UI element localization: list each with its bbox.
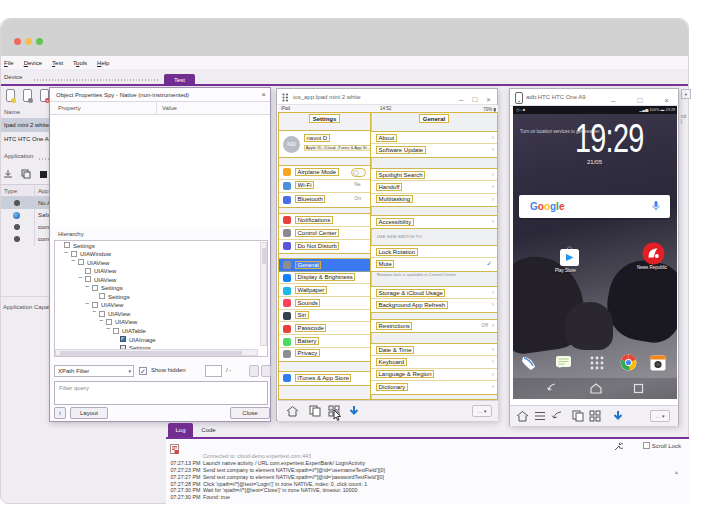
minimize-traffic-light[interactable] [25, 38, 32, 45]
settings-item-passcode[interactable]: Passcode [279, 322, 370, 335]
tree-node[interactable]: −UIATable [55, 326, 267, 335]
settings-item-wallpaper[interactable]: Wallpaper [279, 284, 370, 297]
collapse-icon[interactable]: − [85, 300, 89, 309]
tree-node[interactable]: −UIAView [55, 309, 267, 318]
android-window-titlebar[interactable]: adb:HTC HTC One A9 –□× [510, 89, 678, 106]
ios-screenshot-icon[interactable] [309, 405, 321, 417]
xpath-filter-dropdown[interactable]: XPath Filter▾ [54, 365, 134, 377]
node-checkbox[interactable] [92, 302, 98, 308]
settings-item-wi-fi[interactable]: Wi-FiNe [279, 180, 370, 194]
settings-item-sounds[interactable]: Sounds [279, 297, 370, 310]
scroll-lock-checkbox[interactable] [643, 442, 650, 449]
info-button[interactable]: i [54, 407, 66, 419]
settings-item-privacy[interactable]: Privacy [279, 348, 370, 361]
general-item-restrictions[interactable]: RestrictionsOff› [371, 320, 497, 332]
settings-item-siri[interactable]: Siri [279, 310, 370, 323]
general-item-keyboard[interactable]: Keyboard› [371, 356, 497, 368]
remove-device-button[interactable]: x [40, 89, 49, 102]
android-screen[interactable]: ◷ ˞ ■ ▁▃▅ 100% ▬ 19:29 Turn on location … [513, 106, 677, 399]
android-menu-icon[interactable] [534, 410, 546, 422]
chrome-icon[interactable] [620, 354, 637, 371]
collapse-icon[interactable]: − [85, 283, 89, 292]
save-log-icon[interactable] [170, 444, 179, 454]
tree-node[interactable]: −UIAView [55, 301, 267, 310]
index-input[interactable] [205, 365, 222, 377]
scroll-lock-control[interactable]: Scroll Lock [643, 442, 681, 449]
node-checkbox[interactable] [85, 276, 91, 282]
settings-item-general[interactable]: General [279, 259, 370, 272]
general-item-background-app-refresh[interactable]: Background App Refresh› [371, 299, 497, 311]
android-layout-grid-icon[interactable] [589, 410, 602, 423]
background-dropdown-arrow[interactable]: ▾ [681, 89, 691, 99]
maximize-traffic-light[interactable] [36, 38, 43, 45]
general-item-dictionary[interactable]: Dictionary› [371, 381, 497, 393]
application-toolbar-icons[interactable] [1, 167, 49, 182]
general-item-mute[interactable]: Mute✓ [371, 258, 497, 270]
collapse-icon[interactable]: − [106, 325, 110, 334]
google-search-bar[interactable]: Google [519, 195, 670, 218]
general-item-multitasking[interactable]: Multitasking› [371, 194, 497, 206]
collapse-icon[interactable]: − [71, 257, 75, 266]
node-checkbox[interactable] [106, 319, 112, 325]
hierarchy-tree[interactable]: Settings−UIAWindow−UIAViewUIAView−UIAVie… [54, 240, 268, 357]
settings-item-display-brightness[interactable]: Display & Brightness [279, 272, 370, 285]
settings-item-do-not-disturb[interactable]: Do Not Disturb [279, 240, 370, 253]
android-screenshot-icon[interactable] [572, 410, 584, 422]
log-scroll-arrow[interactable]: ▲ [674, 469, 679, 475]
tree-node[interactable]: UIAImage [55, 335, 267, 344]
image-node-icon[interactable] [120, 336, 126, 342]
node-checkbox[interactable] [85, 268, 91, 274]
show-hidden-checkbox[interactable]: ✓ [139, 367, 147, 375]
general-item-date-time[interactable]: Date & Time› [371, 344, 497, 356]
layout-button[interactable]: Layout [70, 407, 108, 419]
tree-node[interactable]: UIAView [55, 267, 267, 276]
tree-node[interactable]: −UIAWindow [55, 250, 267, 259]
close-button[interactable]: Close [230, 407, 270, 419]
connect-device-button[interactable] [23, 89, 32, 102]
window-titlebar[interactable] [1, 19, 688, 56]
menu-tools[interactable]: Tools [73, 60, 87, 66]
microphone-icon[interactable] [652, 200, 660, 212]
android-download-icon[interactable] [612, 410, 624, 423]
collapse-icon[interactable]: − [92, 308, 96, 317]
filter-query-input[interactable]: Filter query [54, 381, 268, 405]
android-back-icon[interactable] [551, 410, 563, 422]
general-item-lock-rotation[interactable]: Lock Rotation [371, 246, 497, 258]
menu-file[interactable]: File [4, 60, 14, 66]
general-item-language-region[interactable]: Language & Region› [371, 369, 497, 381]
app-drawer-icon[interactable] [590, 356, 604, 370]
tree-node[interactable]: −Settings [55, 284, 267, 293]
general-item-spotlight-search[interactable]: Spotlight Search› [371, 169, 497, 181]
spy-mini-button-1[interactable] [249, 365, 259, 377]
general-item-software-update[interactable]: Software Update› [371, 144, 497, 156]
tree-horizontal-scrollbar[interactable] [55, 349, 258, 356]
close-traffic-light[interactable] [14, 38, 21, 45]
tab-test[interactable]: Test [164, 74, 195, 86]
profile-row[interactable]: NDnavot DApple ID, iCloud, iTunes & App … [279, 130, 370, 158]
collapse-icon[interactable]: − [78, 274, 82, 283]
collapse-icon[interactable]: − [64, 249, 68, 258]
node-checkbox[interactable] [92, 285, 98, 291]
ios-download-icon[interactable] [348, 405, 360, 418]
node-checkbox[interactable] [113, 328, 119, 334]
spy-properties-table[interactable] [50, 115, 270, 227]
settings-item-bluetooth[interactable]: BluetoothOn [279, 193, 370, 207]
nav-home-icon[interactable] [590, 383, 602, 394]
object-spy-close-icon[interactable]: × [261, 90, 266, 100]
android-more-dropdown[interactable]: … ▾ [650, 410, 670, 422]
ios-more-dropdown[interactable]: … ▾ [472, 405, 492, 417]
tab-code[interactable]: Code [195, 423, 222, 437]
airplane-toggle[interactable] [351, 168, 366, 177]
add-device-button[interactable] [6, 89, 15, 102]
play-store-shortcut[interactable]: Play Store [553, 245, 585, 276]
spy-mini-button-2[interactable] [261, 365, 271, 377]
node-checkbox[interactable] [71, 251, 77, 257]
camera-app-icon[interactable] [650, 355, 666, 371]
settings-item-battery[interactable]: Battery [279, 335, 370, 348]
tree-node[interactable]: −UIAView [55, 258, 267, 267]
node-checkbox[interactable] [78, 259, 84, 265]
ios-settings-screen[interactable]: Settings NDnavot DApple ID, iCloud, iTun… [278, 112, 498, 400]
tree-node[interactable]: Settings [55, 241, 267, 250]
general-item-accessibility[interactable]: Accessibility› [371, 216, 497, 228]
general-item-handoff[interactable]: Handoff› [371, 181, 497, 193]
